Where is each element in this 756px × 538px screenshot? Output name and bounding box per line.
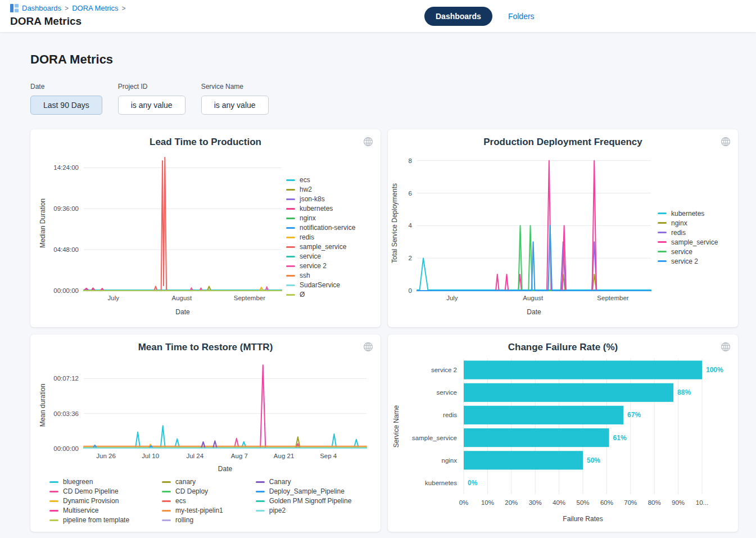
filter-project-id-button[interactable]: is any value — [118, 96, 185, 115]
legend-label: json-k8s — [300, 195, 325, 203]
lead-time-legend: ecshw2json-k8skubernetesnginxnotificatio… — [286, 176, 355, 299]
globe-icon[interactable] — [363, 342, 373, 354]
tab-folders[interactable]: Folders — [508, 12, 535, 21]
legend-item[interactable]: json-k8s — [286, 195, 355, 203]
svg-text:Aug 21: Aug 21 — [274, 453, 294, 459]
svg-text:14:24:00: 14:24:00 — [53, 164, 79, 171]
svg-text:nginx: nginx — [442, 457, 458, 464]
legend-label: redis — [300, 233, 314, 241]
svg-text:04:48:00: 04:48:00 — [53, 246, 79, 253]
svg-text:90%: 90% — [672, 499, 685, 506]
legend-swatch — [286, 208, 295, 210]
tab-dashboards[interactable]: Dashboards — [424, 7, 492, 26]
legend-swatch — [658, 251, 667, 252]
svg-text:Failure Rates: Failure Rates — [563, 515, 603, 523]
mttr-chart[interactable]: 00:00:0000:03:3600:07:12Jun 26Jul 10Jul … — [30, 353, 374, 473]
legend-label: ecs — [175, 497, 186, 505]
legend-item[interactable]: Canary — [256, 478, 352, 486]
legend-item[interactable]: rolling — [162, 516, 223, 524]
legend-column: bluegreenCD Demo PipelineDynamic Provisi… — [49, 478, 129, 524]
globe-icon[interactable] — [721, 137, 731, 149]
svg-text:Jul 24: Jul 24 — [186, 453, 203, 459]
legend-item[interactable]: Multiservice — [49, 507, 129, 514]
svg-text:September: September — [234, 295, 265, 301]
card-lead-time-to-production: Lead Time to Production 00:00:0004:48:00… — [30, 129, 381, 327]
legend-item[interactable]: redis — [286, 233, 355, 241]
svg-text:service 2: service 2 — [431, 367, 457, 373]
legend-item[interactable]: CD Demo Pipeline — [49, 487, 129, 495]
legend-swatch — [49, 510, 58, 512]
svg-text:August: August — [171, 295, 192, 301]
legend-item[interactable]: nginx — [658, 219, 718, 227]
breadcrumb-separator: > — [65, 4, 69, 12]
legend-item[interactable]: nginx — [286, 214, 355, 222]
legend-swatch — [286, 246, 295, 248]
legend-item[interactable]: ssh — [286, 272, 355, 279]
filter-service-name-button[interactable]: is any value — [201, 96, 269, 115]
legend-item[interactable]: Golden PM Signoff Pipeline — [256, 497, 352, 505]
filter-date-label: Date — [30, 83, 102, 91]
legend-item[interactable]: redis — [658, 229, 718, 237]
svg-text:8: 8 — [409, 157, 412, 164]
legend-item[interactable]: kubernetes — [658, 210, 718, 218]
legend-item[interactable]: notification-service — [286, 224, 355, 232]
legend-swatch — [286, 275, 295, 277]
legend-item[interactable]: service — [286, 252, 355, 260]
legend-item[interactable]: hw2 — [286, 186, 355, 193]
legend-swatch — [286, 198, 295, 200]
legend-item[interactable]: Deploy_Sample_Pipeline — [256, 487, 352, 495]
legend-item[interactable]: pipe2 — [256, 507, 352, 514]
legend-item[interactable]: kubernetes — [286, 205, 355, 213]
legend-swatch — [256, 500, 265, 502]
dashboard-title: DORA Metrics — [30, 52, 756, 67]
top-header-bar: Dashboards > DORA Metrics > DORA Metrics… — [0, 0, 756, 32]
svg-text:July: July — [108, 295, 120, 301]
legend-item[interactable]: ecs — [162, 497, 223, 505]
globe-icon[interactable] — [363, 137, 373, 149]
legend-label: ssh — [300, 272, 310, 279]
legend-swatch — [49, 481, 58, 483]
legend-item[interactable]: Dynamic Provision — [49, 497, 129, 505]
svg-text:Median Duration: Median Duration — [39, 198, 47, 248]
legend-item[interactable]: service — [658, 248, 718, 256]
header-tabs: Dashboards Folders — [424, 7, 535, 26]
svg-text:Date: Date — [218, 465, 233, 473]
legend-item[interactable]: service 2 — [286, 262, 355, 270]
svg-text:10...: 10... — [696, 499, 708, 506]
legend-label: Canary — [269, 478, 291, 486]
change-failure-rate-chart[interactable]: 0%10%20%30%40%50%60%70%80%90%10...servic… — [391, 353, 735, 525]
breadcrumb-separator: > — [121, 4, 125, 12]
deployment-frequency-chart[interactable]: 02468JulyAugustSeptemberDateTotal Servic… — [388, 148, 658, 317]
filter-date-button[interactable]: Last 90 Days — [30, 96, 102, 115]
lead-time-chart[interactable]: 00:00:0004:48:0009:36:0014:24:00JulyAugu… — [30, 148, 286, 317]
legend-item[interactable]: sample_service — [658, 238, 718, 246]
svg-text:redis: redis — [443, 412, 457, 418]
legend-item[interactable]: pipeline from template — [49, 516, 129, 524]
svg-text:80%: 80% — [648, 499, 661, 506]
svg-text:Sep 4: Sep 4 — [320, 453, 337, 459]
legend-item[interactable]: my-test-pipelin1 — [162, 507, 223, 514]
svg-text:67%: 67% — [627, 411, 641, 419]
legend-item[interactable]: service 2 — [658, 257, 718, 265]
legend-item[interactable]: ecs — [286, 176, 355, 184]
legend-label: my-test-pipelin1 — [175, 507, 223, 514]
legend-item[interactable]: CD Deploy — [162, 487, 223, 495]
legend-label: CD Demo Pipeline — [63, 487, 119, 495]
globe-icon[interactable] — [721, 342, 731, 354]
breadcrumb-link-dashboards[interactable]: Dashboards — [22, 4, 61, 12]
legend-swatch — [658, 260, 667, 262]
svg-text:50%: 50% — [576, 499, 589, 506]
legend-label: Dynamic Provision — [63, 497, 119, 505]
legend-item[interactable]: sample_service — [286, 243, 355, 251]
legend-item[interactable]: SudarService — [286, 281, 355, 289]
legend-item[interactable]: canary — [162, 478, 223, 486]
legend-label: rolling — [175, 516, 193, 524]
legend-item[interactable]: bluegreen — [49, 478, 129, 486]
legend-label: Deploy_Sample_Pipeline — [269, 487, 345, 495]
breadcrumb-link-dora-metrics[interactable]: DORA Metrics — [72, 4, 118, 12]
legend-item[interactable]: Ø — [286, 291, 355, 299]
svg-text:70%: 70% — [624, 499, 637, 506]
svg-text:09:36:00: 09:36:00 — [53, 205, 79, 212]
svg-text:20%: 20% — [505, 499, 518, 506]
legend-label: Golden PM Signoff Pipeline — [269, 497, 352, 505]
